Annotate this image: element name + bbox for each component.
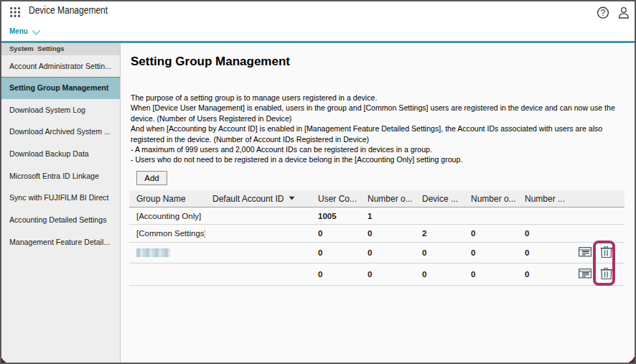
svg-text:?: ?	[601, 8, 606, 18]
